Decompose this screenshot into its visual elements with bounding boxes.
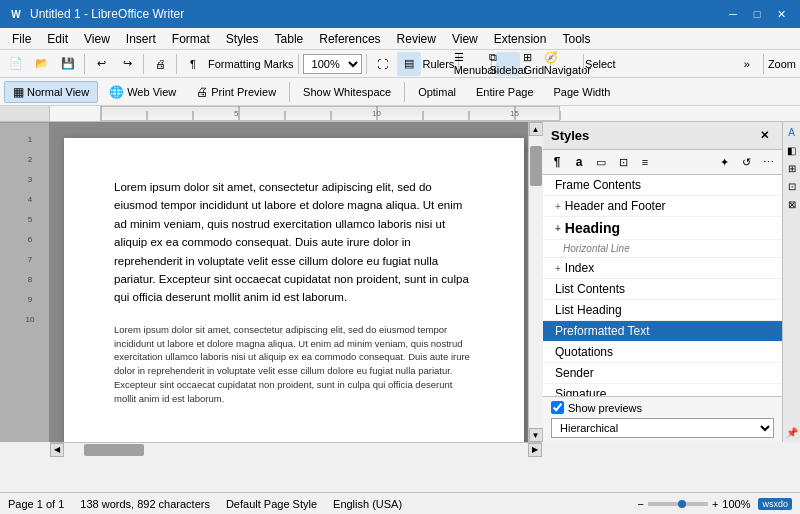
scroll-track[interactable]: [529, 136, 543, 428]
right-icon-pin[interactable]: 📌: [784, 424, 800, 440]
right-icon-5[interactable]: ⊠: [784, 196, 800, 212]
scroll-down-button[interactable]: ▼: [529, 428, 543, 442]
style-frame-contents[interactable]: Frame Contents: [543, 175, 782, 196]
show-previews-label: Show previews: [568, 402, 642, 414]
vertical-scrollbar[interactable]: ▲ ▼: [528, 122, 542, 442]
scroll-thumb[interactable]: [530, 146, 542, 186]
new-button[interactable]: 📄: [4, 52, 28, 76]
zoom-handle[interactable]: [678, 500, 686, 508]
update-style-button[interactable]: ↺: [736, 152, 756, 172]
open-button[interactable]: 📂: [30, 52, 54, 76]
page-width-button[interactable]: Page Width: [545, 81, 620, 103]
menu-references[interactable]: References: [311, 28, 388, 49]
save-button[interactable]: 💾: [56, 52, 80, 76]
sidebar-button[interactable]: ⧉ Sidebar: [496, 52, 520, 76]
page-styles-button[interactable]: ⊡: [613, 152, 633, 172]
char-styles-button[interactable]: a: [569, 152, 589, 172]
grid-button[interactable]: ⊞ Grid: [522, 52, 546, 76]
view-more-button[interactable]: »: [735, 52, 759, 76]
redo-button[interactable]: ↪: [115, 52, 139, 76]
toolbar-sep-10: [763, 54, 764, 74]
svg-text:5: 5: [28, 215, 33, 224]
normal-view-icon: ▦: [13, 85, 24, 99]
main-content: 1 2 3 4 5 6 7 8 9 10 Lorem ipsum dolor s…: [0, 122, 800, 442]
formatting-marks-icon: ¶: [181, 52, 205, 76]
rulers-icon[interactable]: ▤: [397, 52, 421, 76]
scroll-left-button[interactable]: ◀: [50, 443, 64, 457]
hierarchy-select[interactable]: Hierarchical: [551, 418, 774, 438]
zoom-out-icon[interactable]: −: [637, 498, 643, 510]
list-styles-button[interactable]: ≡: [635, 152, 655, 172]
zoom-in-icon[interactable]: +: [712, 498, 718, 510]
menu-format[interactable]: Format: [164, 28, 218, 49]
paragraph-styles-button[interactable]: ¶: [547, 152, 567, 172]
menu-styles[interactable]: Styles: [218, 28, 267, 49]
style-index[interactable]: Index: [543, 258, 782, 279]
svg-text:9: 9: [28, 295, 33, 304]
title-bar-left: W Untitled 1 - LibreOffice Writer: [8, 6, 184, 22]
sidebar-title: Styles: [551, 128, 589, 143]
print-preview-icon: 🖨: [196, 85, 208, 99]
undo-button[interactable]: ↩: [89, 52, 113, 76]
toolbar-right: »: [735, 52, 759, 76]
full-screen-button[interactable]: ⛶: [371, 52, 395, 76]
left-margin: 1 2 3 4 5 6 7 8 9 10: [0, 122, 50, 442]
right-icon-4[interactable]: ⊡: [784, 178, 800, 194]
right-icon-2[interactable]: ◧: [784, 142, 800, 158]
status-bar-right: − + 100% wsxdo: [637, 498, 792, 510]
horizontal-scrollbar[interactable]: ◀ ▶: [50, 442, 542, 456]
minimize-button[interactable]: ─: [722, 3, 744, 25]
new-style-button[interactable]: ✦: [714, 152, 734, 172]
web-view-icon: 🌐: [109, 85, 124, 99]
menu-table[interactable]: Table: [267, 28, 312, 49]
style-list-heading[interactable]: List Heading: [543, 300, 782, 321]
menu-edit[interactable]: Edit: [39, 28, 76, 49]
frame-styles-button[interactable]: ▭: [591, 152, 611, 172]
scroll-right-button[interactable]: ▶: [528, 443, 542, 457]
normal-view-button[interactable]: ▦ Normal View: [4, 81, 98, 103]
menu-tools[interactable]: Tools: [554, 28, 598, 49]
show-whitespace-button[interactable]: Show Whitespace: [294, 81, 400, 103]
navigator-button[interactable]: 🧭 Navigator: [555, 52, 579, 76]
style-preformatted-text[interactable]: Preformatted Text: [543, 321, 782, 342]
style-header-footer[interactable]: Header and Footer: [543, 196, 782, 217]
menu-extension[interactable]: Extension: [486, 28, 555, 49]
select-button[interactable]: Select: [588, 52, 612, 76]
window-title: Untitled 1 - LibreOffice Writer: [30, 7, 184, 21]
web-view-button[interactable]: 🌐 Web View: [100, 81, 185, 103]
style-heading[interactable]: Heading: [543, 217, 782, 240]
style-quotations[interactable]: Quotations: [543, 342, 782, 363]
print-preview-button[interactable]: 🖨 Print Preview: [187, 81, 285, 103]
horiz-track[interactable]: [64, 443, 528, 457]
zoom-select[interactable]: 100% 75% 150%: [303, 54, 362, 74]
close-button[interactable]: ✕: [770, 3, 792, 25]
zoom-label: Zoom: [768, 58, 796, 70]
right-icon-1[interactable]: A: [784, 124, 800, 140]
zoom-slider[interactable]: [648, 502, 708, 506]
maximize-button[interactable]: □: [746, 3, 768, 25]
toolbar-sep-3: [176, 54, 177, 74]
menu-file[interactable]: File: [4, 28, 39, 49]
sidebar-close-button[interactable]: ✕: [754, 126, 774, 146]
view-sep-2: [404, 82, 405, 102]
menu-review[interactable]: Review: [389, 28, 444, 49]
optimal-button[interactable]: Optimal: [409, 81, 465, 103]
scroll-up-button[interactable]: ▲: [529, 122, 543, 136]
document-page[interactable]: Lorem ipsum dolor sit amet, consectetur …: [64, 138, 524, 442]
style-list-contents[interactable]: List Contents: [543, 279, 782, 300]
menu-insert[interactable]: Insert: [118, 28, 164, 49]
style-signature[interactable]: Signature: [543, 384, 782, 396]
style-more-button[interactable]: ⋯: [758, 152, 778, 172]
menu-view[interactable]: View: [76, 28, 118, 49]
page-width-label: Page Width: [554, 86, 611, 98]
rulers-group: ▤ Rulers: [397, 52, 455, 76]
menubar-button[interactable]: ☰ Menubar: [463, 52, 487, 76]
horiz-thumb[interactable]: [84, 444, 144, 456]
entire-page-button[interactable]: Entire Page: [467, 81, 542, 103]
print-button[interactable]: 🖨: [148, 52, 172, 76]
svg-text:1: 1: [28, 135, 33, 144]
menu-view2[interactable]: View: [444, 28, 486, 49]
right-icon-3[interactable]: ⊞: [784, 160, 800, 176]
style-sender[interactable]: Sender: [543, 363, 782, 384]
show-previews-checkbox[interactable]: [551, 401, 564, 414]
